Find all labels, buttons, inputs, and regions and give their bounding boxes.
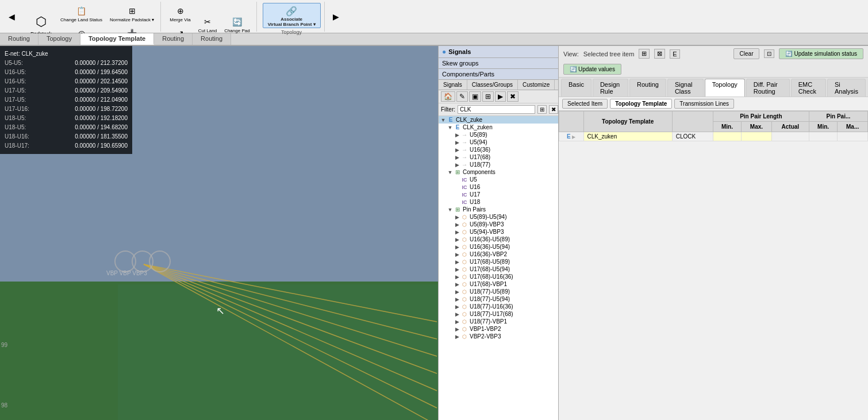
tree-play-btn[interactable]: ▶ (495, 91, 506, 102)
tree-item-u5_comp[interactable]: IC U5 (439, 176, 558, 183)
change-land-status-btn[interactable]: 📋 Change Land Status (57, 3, 105, 24)
tab-signals[interactable]: Signals (439, 80, 467, 90)
back-btn[interactable]: ◀ (2, 9, 21, 25)
tree-item-pin_pairs[interactable]: ▼ ⊞ Pin Pairs (439, 206, 558, 213)
more-toolbar-btn[interactable]: ▶ (327, 9, 345, 25)
tab-design-rule[interactable]: Design Rule (593, 79, 628, 97)
tree-item-pp11[interactable]: ▶ ⬡ U18(77)-U5(89) (439, 288, 558, 295)
tree-item-pp16[interactable]: ▶ ⬡ VBP1-VBP2 (439, 325, 558, 333)
tab-signal-class[interactable]: Signal Class (667, 79, 704, 97)
filter-input[interactable] (458, 105, 535, 114)
tree-item-pp12[interactable]: ▶ ⬡ U18(77)-U5(94) (439, 295, 558, 303)
tree-grid-btn[interactable]: ▣ (469, 91, 481, 102)
tree-close-btn[interactable]: ✖ (507, 91, 519, 102)
tree-edit-btn[interactable]: ✎ (456, 91, 468, 102)
tree-item-u18_comp[interactable]: IC U18 (439, 198, 558, 206)
tree-item-u5_89[interactable]: ▶ → U5(89) (439, 131, 558, 138)
view-e-btn[interactable]: E (670, 49, 679, 59)
filter-btn2[interactable]: ✖ (549, 105, 558, 114)
skew-groups[interactable]: Skew groups (439, 58, 558, 69)
sub-tab-topology-template[interactable]: Topology Template (610, 99, 672, 109)
tab-diff-pair[interactable]: Diff. Pair Routing (746, 79, 790, 97)
tab-routing1[interactable]: Routing (0, 33, 39, 45)
tree-item-clk_zuke_root[interactable]: ▼ E CLK_zuke (439, 116, 558, 124)
expand-icon[interactable]: ▶ (454, 326, 460, 332)
tab-customize[interactable]: Customize (518, 80, 555, 90)
update-sim-btn[interactable]: 🔄 Update simulation status (779, 48, 863, 59)
expand-icon[interactable]: ▶ (454, 282, 460, 287)
tab-basic[interactable]: Basic (561, 79, 592, 97)
tree-home-btn[interactable]: 🏠 (441, 91, 455, 102)
expand-icon[interactable]: ▶ (454, 311, 460, 317)
clear-btn[interactable]: Clear (733, 48, 760, 59)
tree-item-pp13[interactable]: ▶ ⬡ U18(77)-U16(36) (439, 303, 558, 310)
tree-item-pp9[interactable]: ▶ ⬡ U17(68)-U16(36) (439, 273, 558, 280)
sub-tab-selected-item[interactable]: Selected Item (562, 99, 608, 109)
tab-topology[interactable]: Topology (39, 33, 80, 45)
tree-item-pp4[interactable]: ▶ ⬡ U16(36)-U5(89) (439, 236, 558, 243)
expand-icon[interactable]: ▶ (454, 267, 460, 272)
canvas-panel[interactable]: E-net: CLK_zuke U5-U5: 0.00000 / 212.372… (0, 46, 438, 420)
tree-area[interactable]: ▼ E CLK_zuke ▼ E CLK_zuken ▶ → U5(89) ▶ … (439, 116, 558, 420)
expand-icon[interactable]: ▶ (454, 140, 460, 145)
sub-tab-transmission-lines[interactable]: Transmission Lines (674, 99, 734, 109)
expand-icon[interactable]: ▶ (454, 274, 460, 280)
expand-icon[interactable]: ▶ (454, 214, 460, 220)
associate-vbp-btn[interactable]: 🔗 AssociateVirtual Branch Point ▾ (263, 3, 321, 28)
expand-icon[interactable]: ▶ (454, 289, 460, 295)
tab-si-analysis[interactable]: Si Analysis (827, 79, 866, 97)
tree-item-u16_36[interactable]: ▶ → U16(36) (439, 146, 558, 153)
view-table-btn[interactable]: ⊠ (654, 49, 665, 59)
components-parts[interactable]: Components/Parts (439, 69, 558, 80)
expand-icon[interactable]: ▼ (440, 117, 447, 123)
expand-icon[interactable]: ▶ (454, 132, 460, 138)
expand-icon[interactable]: ▶ (454, 334, 460, 340)
tree-item-pp5[interactable]: ▶ ⬡ U16(36)-U5(94) (439, 243, 558, 251)
expand-icon[interactable]: ▼ (447, 207, 454, 213)
tree-item-u17_comp[interactable]: IC U17 (439, 191, 558, 198)
expand-icon[interactable]: ▼ (447, 169, 454, 175)
tab-topology[interactable]: Topology (705, 79, 745, 97)
tree-item-pp14[interactable]: ▶ ⬡ U18(77)-U17(68) (439, 310, 558, 318)
tab-routing3[interactable]: Routing (193, 33, 231, 45)
expand-icon[interactable]: ▶ (454, 252, 460, 257)
update-val-btn[interactable]: 🔄 Update values (563, 64, 621, 75)
tree-item-pp2[interactable]: ▶ ⬡ U5(89)-VBP3 (439, 221, 558, 228)
expand-icon[interactable]: ▶ (454, 244, 460, 250)
tree-item-pp8[interactable]: ▶ ⬡ U17(68)-U5(94) (439, 265, 558, 273)
tab-emc-check[interactable]: EMC Check (791, 79, 826, 97)
tab-topology-template[interactable]: Topology Template (80, 33, 154, 45)
cut-land-btn[interactable]: ✂ Cut Land (195, 14, 220, 35)
expand-icon[interactable]: ▶ (454, 229, 460, 235)
expand-icon[interactable]: ▶ (454, 147, 460, 153)
expand-icon[interactable]: ▶ (454, 162, 460, 168)
tree-item-pp1[interactable]: ▶ ⬡ U5(89)-U5(94) (439, 213, 558, 221)
right-table-container[interactable]: Topology Template Pin Pair Length Pin Pa… (559, 111, 868, 420)
tree-item-pp15[interactable]: ▶ ⬡ U18(77)-VBP1 (439, 318, 558, 325)
expand-icon[interactable]: ▶ (454, 304, 460, 310)
expand-icon[interactable]: ▼ (447, 125, 454, 130)
tab-classes-groups[interactable]: Classes/Groups (467, 80, 518, 90)
tree-item-u18_77[interactable]: ▶ → U18(77) (439, 161, 558, 168)
tab-routing[interactable]: Routing (629, 79, 666, 97)
tree-select-btn[interactable]: ⊞ (482, 91, 494, 102)
expand-icon[interactable]: ▶ (454, 155, 460, 160)
tree-item-u16_comp[interactable]: IC U16 (439, 183, 558, 191)
tree-item-components[interactable]: ▼ ⊞ Components (439, 168, 558, 176)
view-grid-btn[interactable]: ⊞ (639, 49, 650, 59)
tree-item-pp7[interactable]: ▶ ⬡ U17(68)-U5(89) (439, 258, 558, 265)
expand-icon[interactable]: ▶ (454, 259, 460, 265)
merge-via-btn[interactable]: ⊕ Merge Via (167, 3, 193, 24)
filter-btn1[interactable]: ⊞ (537, 105, 547, 114)
expand-icon[interactable]: ▶ (454, 296, 460, 302)
tree-item-u5_94[interactable]: ▶ → U5(94) (439, 138, 558, 146)
tab-routing2[interactable]: Routing (154, 33, 193, 45)
tree-item-pp6[interactable]: ▶ ⬡ U16(36)-VBP2 (439, 251, 558, 258)
normalize-padstack-btn[interactable]: ⊞ Normalize Padstack ▾ (107, 3, 157, 24)
table-row[interactable]: E ▶ CLK_zuken CLOCK (559, 132, 868, 141)
tree-item-clk_zuke_child[interactable]: ▼ E CLK_zuken (439, 124, 558, 131)
tree-item-pp17[interactable]: ▶ ⬡ VBP2-VBP3 (439, 333, 558, 340)
change-pad-btn[interactable]: 🔄 Change Pad (221, 14, 252, 35)
clear-icon-btn[interactable]: ⊡ (764, 49, 774, 58)
tree-item-pp3[interactable]: ▶ ⬡ U5(94)-VBP3 (439, 228, 558, 236)
